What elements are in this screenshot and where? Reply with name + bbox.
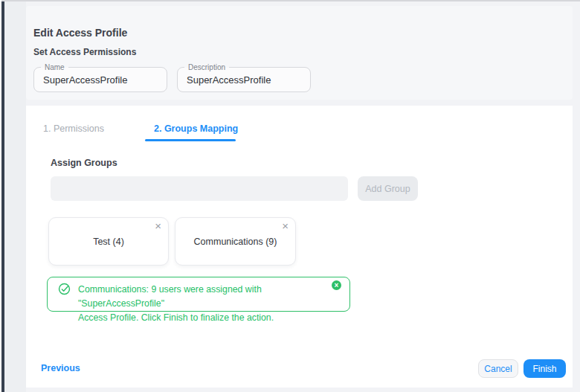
check-circle-icon [58,283,71,295]
description-field: Description [177,67,311,92]
chip-label: Communications (9) [194,237,277,247]
window-top-border [1,0,580,1]
alert-message: Communications: 9 users were assigned wi… [78,283,349,325]
section-subtitle: Set Access Permissions [33,47,136,57]
main-panel: 1. Permissions 2. Groups Mapping Assign … [26,106,573,388]
chip-label: Test (4) [93,237,124,247]
group-chip-communications: × Communications (9) [175,217,296,266]
page-title: Edit Access Profile [33,27,127,39]
add-group-button[interactable]: Add Group [358,176,418,201]
name-input[interactable] [34,68,167,91]
finish-button[interactable]: Finish [523,359,566,378]
group-chip-test: × Test (4) [48,217,169,266]
name-field: Name [33,67,167,92]
assign-groups-label: Assign Groups [51,158,117,168]
chip-remove-icon[interactable]: × [155,219,161,233]
tab-permissions[interactable]: 1. Permissions [43,123,104,134]
success-alert: Communications: 9 users were assigned wi… [47,277,350,312]
edit-access-profile-screen: Edit Access Profile Set Access Permissio… [0,0,580,392]
alert-message-line: Access Profile. Click Finish to finalize… [78,311,349,325]
previous-link[interactable]: Previous [41,363,80,373]
chip-remove-icon[interactable]: × [282,219,289,233]
page-gutter [4,1,26,392]
group-search-input[interactable] [51,176,348,201]
tab-groups-mapping[interactable]: 2. Groups Mapping [154,123,238,134]
cancel-button[interactable]: Cancel [478,359,518,378]
description-input[interactable] [178,68,310,91]
active-tab-indicator [145,139,236,141]
alert-message-line: Communications: 9 users were assigned wi… [78,283,349,311]
close-x-glyph: × [335,282,339,289]
close-circle-icon[interactable]: × [332,280,341,290]
